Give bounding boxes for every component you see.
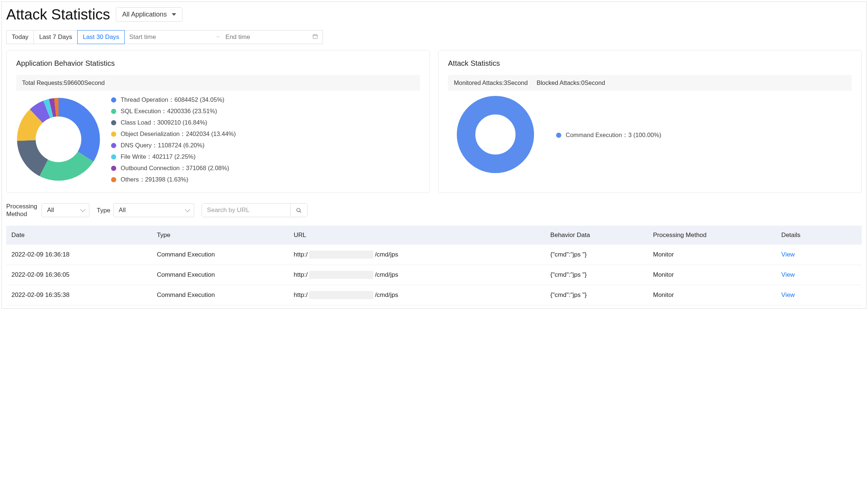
table-row: 2022-02-09 16:36:18Command Executionhttp… <box>6 245 862 265</box>
url-prefix: http:/ <box>294 251 308 258</box>
cell-type: Command Execution <box>152 265 288 285</box>
view-link[interactable]: View <box>781 291 795 298</box>
legend-item: Others：291398 (1.63%) <box>111 176 236 184</box>
legend-item: Thread Operation：6084452 (34.05%) <box>111 96 236 104</box>
behavior-legend: Thread Operation：6084452 (34.05%)SQL Exe… <box>111 96 236 184</box>
legend-item: SQL Execution：4200336 (23.51%) <box>111 107 236 115</box>
time-range-row: Today Last 7 Days Last 30 Days ~ <box>6 30 862 44</box>
legend-dot-icon <box>111 143 116 148</box>
behavior-card: Application Behavior Statistics Total Re… <box>6 50 430 193</box>
view-link[interactable]: View <box>781 251 795 258</box>
behavior-chart-area: Thread Operation：6084452 (34.05%)SQL Exe… <box>16 96 420 184</box>
attack-monitored: Monitored Attacks:3Second <box>454 79 528 86</box>
type-select[interactable]: All <box>113 203 194 217</box>
legend-dot-icon <box>111 109 116 114</box>
behavior-donut-chart <box>16 97 101 183</box>
svg-point-2 <box>297 208 300 212</box>
attack-card: Attack Statistics Monitored Attacks:3Sec… <box>438 50 862 193</box>
attack-blocked: Blocked Attacks:0Second <box>537 79 605 86</box>
legend-dot-icon <box>111 120 116 125</box>
view-link[interactable]: View <box>781 271 795 278</box>
col-url: URL <box>289 226 545 245</box>
url-prefix: http:/ <box>294 271 308 279</box>
url-suffix: /cmd/jps <box>375 271 398 279</box>
col-details: Details <box>776 226 862 245</box>
attacks-table: Date Type URL Behavior Data Processing M… <box>6 226 862 305</box>
url-search <box>202 203 307 217</box>
cell-url: http://cmd/jps <box>289 285 545 305</box>
tab-last-7-days[interactable]: Last 7 Days <box>33 30 78 44</box>
calendar-icon <box>312 33 318 41</box>
header: Attack Statistics All Applications <box>6 2 862 26</box>
attack-card-title: Attack Statistics <box>448 59 852 68</box>
behavior-summary: Total Requests:596600Second <box>16 75 420 91</box>
cell-date: 2022-02-09 16:36:18 <box>6 245 152 265</box>
col-type: Type <box>152 226 288 245</box>
legend-dot-icon <box>556 133 561 138</box>
cell-date: 2022-02-09 16:35:38 <box>6 285 152 305</box>
legend-label: Command Execution：3 (100.00%) <box>566 131 661 139</box>
col-behavior: Behavior Data <box>545 226 648 245</box>
cell-type: Command Execution <box>152 245 288 265</box>
url-search-input[interactable] <box>202 204 290 217</box>
cell-method: Monitor <box>648 265 776 285</box>
application-select-label: All Applications <box>122 11 167 18</box>
legend-label: Thread Operation：6084452 (34.05%) <box>121 96 224 104</box>
start-time-input[interactable] <box>129 33 210 41</box>
behavior-card-title: Application Behavior Statistics <box>16 59 420 68</box>
type-label: Type <box>97 207 110 214</box>
url-suffix: /cmd/jps <box>375 251 398 258</box>
cell-behavior: {"cmd":"jps "} <box>545 285 648 305</box>
tab-today[interactable]: Today <box>6 30 34 44</box>
table-header: Date Type URL Behavior Data Processing M… <box>6 226 862 245</box>
legend-label: Class Load：3009210 (16.84%) <box>121 119 207 127</box>
type-value: All <box>119 207 126 214</box>
attack-donut-chart <box>457 96 534 175</box>
cell-details: View <box>776 265 862 285</box>
cards-row: Application Behavior Statistics Total Re… <box>6 50 862 193</box>
legend-label: DNS Query：1108724 (6.20%) <box>121 141 204 150</box>
svg-point-1 <box>466 105 525 164</box>
end-time-input[interactable] <box>225 33 306 41</box>
page-title: Attack Statistics <box>6 6 110 23</box>
processing-method-value: All <box>47 207 54 214</box>
cell-type: Command Execution <box>152 285 288 305</box>
time-tabs: Today Last 7 Days Last 30 Days <box>6 30 125 44</box>
chevron-down-icon <box>185 207 190 212</box>
page-container: Attack Statistics All Applications Today… <box>1 1 867 309</box>
table-row: 2022-02-09 16:36:05Command Executionhttp… <box>6 265 862 285</box>
attack-legend: Command Execution：3 (100.00%) <box>556 131 661 139</box>
cell-details: View <box>776 285 862 305</box>
url-suffix: /cmd/jps <box>375 291 398 299</box>
processing-method-filter: Processing Method All <box>6 202 89 218</box>
caret-down-icon <box>172 13 176 16</box>
search-icon <box>296 207 302 214</box>
tab-last-30-days[interactable]: Last 30 Days <box>77 30 125 44</box>
legend-dot-icon <box>111 97 116 103</box>
legend-item: Command Execution：3 (100.00%) <box>556 131 661 139</box>
svg-rect-0 <box>313 35 317 39</box>
legend-dot-icon <box>111 177 116 182</box>
attack-summary: Monitored Attacks:3Second Blocked Attack… <box>448 75 852 91</box>
redacted-segment <box>309 251 373 259</box>
cell-behavior: {"cmd":"jps "} <box>545 245 648 265</box>
date-range-picker[interactable]: ~ <box>124 30 323 44</box>
url-search-button[interactable] <box>290 204 307 217</box>
legend-label: Object Deserialization：2402034 (13.44%) <box>121 130 236 138</box>
table-body: 2022-02-09 16:36:18Command Executionhttp… <box>6 245 862 305</box>
col-method: Processing Method <box>648 226 776 245</box>
cell-behavior: {"cmd":"jps "} <box>545 265 648 285</box>
table-row: 2022-02-09 16:35:38Command Executionhttp… <box>6 285 862 305</box>
attack-chart-area: Command Execution：3 (100.00%) <box>457 96 852 175</box>
legend-label: File Write：402117 (2.25%) <box>121 153 196 161</box>
application-select[interactable]: All Applications <box>116 7 182 22</box>
redacted-segment <box>309 271 373 279</box>
legend-item: Object Deserialization：2402034 (13.44%) <box>111 130 236 138</box>
processing-method-select[interactable]: All <box>42 203 89 217</box>
legend-label: Outbound Connection：371068 (2.08%) <box>121 164 229 172</box>
cell-details: View <box>776 245 862 265</box>
cell-date: 2022-02-09 16:36:05 <box>6 265 152 285</box>
url-prefix: http:/ <box>294 291 308 299</box>
legend-item: Outbound Connection：371068 (2.08%) <box>111 164 236 172</box>
col-date: Date <box>6 226 152 245</box>
